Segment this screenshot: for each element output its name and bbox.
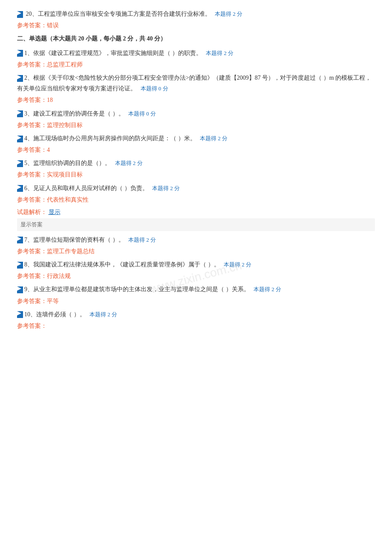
show-answer-bar-6: 显示答案: [17, 218, 375, 231]
flag-icon-2: [17, 75, 23, 81]
answer-label-8: 参考答案：: [17, 273, 47, 279]
answer-label-20: 参考答案：: [17, 22, 47, 29]
answer-value-8: 行政法规: [47, 273, 71, 279]
score-note-6: 本题得 2 分: [152, 185, 180, 191]
answer-value-2: 18: [47, 97, 53, 103]
question-num-2: 2: [24, 75, 27, 81]
question-20-score: 本题得 2 分: [215, 11, 242, 17]
flag-icon-3: [17, 110, 23, 117]
flag-icon-7: [17, 236, 23, 243]
answer-row-8: 参考答案：行政法规: [17, 271, 375, 281]
answer-row-5: 参考答案：实现项目目标: [17, 169, 375, 180]
question-2-text: 2、根据《关于印发<危险性较大的分部分项工程安全管理办法>的通知》（建质【200…: [17, 72, 375, 94]
flag-icon-9: [17, 286, 23, 293]
question-num-3: 3: [24, 110, 27, 117]
question-7-text: 7、监理单位短期保管的资料有（ ）。 本题得 2 分: [17, 234, 375, 245]
flag-icon-5: [17, 160, 23, 167]
flag-icon-4: [17, 135, 23, 142]
answer-label-1: 参考答案：: [17, 61, 47, 68]
question-9-block: 9、从业主和监理单位都是建筑市场中的主体出发，业主与监理单位之间是（ ）关系。 …: [17, 284, 375, 306]
answer-label-2: 参考答案：: [17, 97, 47, 103]
answer-row-7: 参考答案：监理工作专题总结: [17, 246, 375, 257]
analysis-row-6: 试题解析： 显示: [17, 207, 375, 217]
answer-label-7: 参考答案：: [17, 248, 47, 254]
question-3-text: 3、建设工程监理的协调任务是（ ）。 本题得 0 分: [17, 108, 375, 119]
answer-value-3: 监理控制目标: [47, 122, 83, 128]
question-body-1: 、依据《建设工程监理规范》，审批监理实施细则是（ ）的职责。: [27, 50, 202, 56]
question-10-block: 10、连墙件必须（ ）。 本题得 2 分 参考答案：: [17, 309, 375, 331]
question-20-block: 20、工程监理单位应当审核安全专项施工方案是否符合建筑行业标准。 本题得 2 分…: [17, 9, 375, 31]
answer-label-5: 参考答案：: [17, 171, 47, 178]
question-num-1: 1: [24, 50, 27, 56]
question-3-block: 3、建设工程监理的协调任务是（ ）。 本题得 0 分 参考答案：监理控制目标: [17, 108, 375, 130]
question-20-answer: 参考答案：错误: [17, 20, 375, 31]
answer-value-5: 实现项目目标: [47, 171, 83, 178]
answer-row-3: 参考答案：监理控制目标: [17, 120, 375, 130]
answer-value-4: 4: [47, 147, 50, 153]
flag-icon-10: [17, 311, 23, 318]
flag-icon-6: [17, 185, 23, 191]
answer-value-7: 监理工作专题总结: [47, 248, 95, 254]
question-body-7: 、监理单位短期保管的资料有（ ）。: [27, 237, 124, 243]
question-10-text: 10、连墙件必须（ ）。 本题得 2 分: [17, 309, 375, 320]
question-num-6: 6: [24, 185, 27, 191]
question-2-block: 2、根据《关于印发<危险性较大的分部分项工程安全管理办法>的通知》（建质【200…: [17, 72, 375, 106]
question-body-6: 、见证人员和取样人员应对试样的（ ）负责。: [27, 185, 148, 191]
score-note-9: 本题得 2 分: [254, 286, 281, 292]
question-body-9: 、从业主和监理单位都是建筑市场中的主体出发，业主与监理单位之间是（ ）关系。: [27, 286, 250, 292]
answer-value-6: 代表性和真实性: [47, 197, 89, 203]
question-6-block: 6、见证人员和取样人员应对试样的（ ）负责。 本题得 2 分 参考答案：代表性和…: [17, 183, 375, 231]
answer-row-6: 参考答案：代表性和真实性: [17, 194, 375, 205]
score-note-1: 本题得 2 分: [206, 50, 233, 56]
answer-value-9: 平等: [47, 298, 59, 304]
answer-value-20: 错误: [47, 22, 59, 29]
answer-label-9: 参考答案：: [17, 298, 47, 304]
answer-label-4: 参考答案：: [17, 147, 47, 153]
answer-label-3: 参考答案：: [17, 122, 47, 128]
question-20-body: 、工程监理单位应当审核安全专项施工方案是否符合建筑行业标准。: [32, 11, 211, 17]
question-body-4: 、施工现场临时办公用房与厨房操作间的防火间距是：（ ）米。: [27, 135, 196, 142]
score-note-5: 本题得 2 分: [115, 160, 143, 166]
answer-row-9: 参考答案：平等: [17, 296, 375, 306]
score-note-10: 本题得 2 分: [89, 311, 117, 318]
question-20-number: 20: [26, 11, 32, 17]
question-4-block: 4、施工现场临时办公用房与厨房操作间的防火间距是：（ ）米。 本题得 2 分 参…: [17, 133, 375, 155]
question-8-block: 8、我国建设工程法律法规体系中，《建设工程质量管理条例》属于（ ）。 本题得 2…: [17, 259, 375, 281]
score-note-3: 本题得 0 分: [128, 110, 156, 117]
question-body-10: 、连墙件必须（ ）。: [30, 311, 86, 318]
score-note-8: 本题得 2 分: [224, 261, 251, 268]
flag-icon-8: [17, 261, 23, 268]
question-num-4: 4: [24, 135, 27, 142]
answer-row-4: 参考答案：4: [17, 145, 375, 155]
question-4-text: 4、施工现场临时办公用房与厨房操作间的防火间距是：（ ）米。 本题得 2 分: [17, 133, 375, 144]
answer-row-10: 参考答案：: [17, 321, 375, 331]
question-body-8: 、我国建设工程法律法规体系中，《建设工程质量管理条例》属于（ ）。: [27, 261, 220, 268]
question-9-text: 9、从业主和监理单位都是建筑市场中的主体出发，业主与监理单位之间是（ ）关系。 …: [17, 284, 375, 295]
question-6-text: 6、见证人员和取样人员应对试样的（ ）负责。 本题得 2 分: [17, 183, 375, 194]
question-body-5: 、监理组织协调的目的是（）。: [27, 160, 111, 166]
question-body-3: 、建设工程监理的协调任务是（ ）。: [27, 110, 124, 117]
answer-row-1: 参考答案：总监理工程师: [17, 59, 375, 70]
questions-container: 1、依据《建设工程监理规范》，审批监理实施细则是（ ）的职责。 本题得 2 分 …: [17, 48, 375, 332]
analysis-label-6: 试题解析：: [17, 209, 47, 215]
score-note-7: 本题得 2 分: [128, 237, 156, 243]
question-1-text: 1、依据《建设工程监理规范》，审批监理实施细则是（ ）的职责。 本题得 2 分: [17, 48, 375, 58]
question-num-10: 10: [24, 311, 30, 318]
answer-value-1: 总监理工程师: [47, 61, 83, 68]
question-num-5: 5: [24, 160, 27, 166]
question-body-2: 、根据《关于印发<危险性较大的分部分项工程安全管理办法>的通知》（建质【2009…: [17, 75, 371, 92]
question-7-block: 7、监理单位短期保管的资料有（ ）。 本题得 2 分 参考答案：监理工作专题总结: [17, 234, 375, 257]
question-5-block: 5、监理组织协调的目的是（）。 本题得 2 分 参考答案：实现项目目标: [17, 158, 375, 180]
answer-label-10: 参考答案：: [17, 323, 47, 329]
answer-label-6: 参考答案：: [17, 197, 47, 203]
score-note-4: 本题得 2 分: [200, 135, 228, 142]
question-num-7: 7: [24, 237, 27, 243]
question-5-text: 5、监理组织协调的目的是（）。 本题得 2 分: [17, 158, 375, 168]
question-num-8: 8: [24, 261, 27, 268]
question-8-text: 8、我国建设工程法律法规体系中，《建设工程质量管理条例》属于（ ）。 本题得 2…: [17, 259, 375, 270]
analysis-link-6[interactable]: 显示: [49, 209, 61, 215]
question-1-block: 1、依据《建设工程监理规范》，审批监理实施细则是（ ）的职责。 本题得 2 分 …: [17, 48, 375, 70]
score-note-2: 本题得 0 分: [141, 85, 168, 92]
question-num-9: 9: [24, 286, 27, 292]
question-20-text: 20、工程监理单位应当审核安全专项施工方案是否符合建筑行业标准。 本题得 2 分: [17, 9, 375, 19]
